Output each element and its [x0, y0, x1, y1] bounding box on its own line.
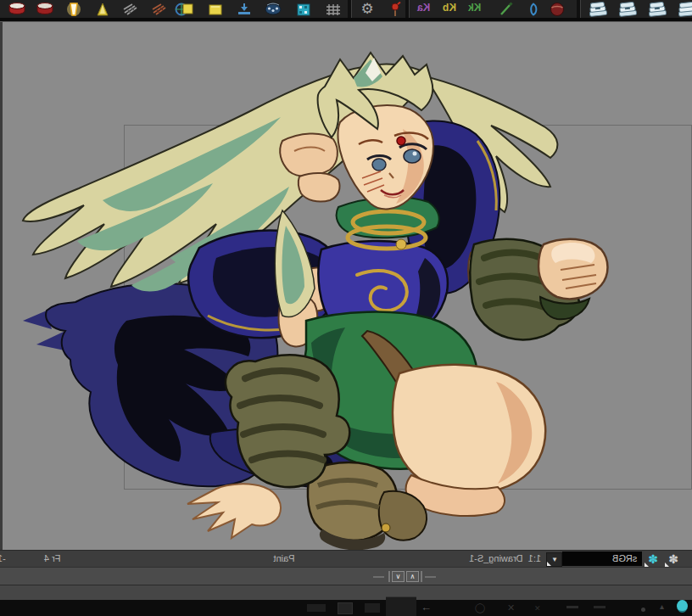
layer-stack-icon-4[interactable] — [676, 1, 692, 17]
chevron-up-icon: ∧ — [410, 573, 416, 580]
sphere-red-icon[interactable] — [548, 1, 566, 17]
mini-slot-icon-1[interactable] — [307, 604, 326, 612]
divider-vtick-2 — [421, 571, 422, 582]
scratch-gray-icon[interactable] — [121, 1, 140, 17]
status-bar: -1 Fr 4 Paint 1:1 Drawing_S-1 ▼ sRGB ✽ ✽ — [0, 550, 692, 568]
toolbar-separator-3 — [577, 0, 581, 18]
collapse-panel-button[interactable]: ∨ — [392, 571, 405, 582]
status-document-zoom: 1:1 Drawing_S-1 — [469, 553, 541, 563]
layer-stack-icon-1[interactable] — [587, 1, 609, 17]
flower-gray-icon[interactable]: ✽ — [665, 552, 682, 567]
tool-kk[interactable]: Kk — [468, 2, 481, 14]
divider-tick-right — [425, 576, 436, 578]
dash-icon-2 — [594, 606, 606, 608]
toolbar-separator-1 — [348, 0, 352, 18]
bottom-toolbar: ← ◯ ✕ ✕ ▴ — [0, 600, 692, 616]
arrow-left-icon[interactable]: ← — [421, 601, 432, 613]
import-layer-icon[interactable] — [235, 1, 254, 17]
paint-layer-red-icon-1[interactable] — [8, 1, 26, 17]
layer-stack-icon-2[interactable] — [617, 1, 639, 17]
bottom-spacer — [0, 585, 692, 600]
pushpin-icon[interactable] — [386, 1, 405, 17]
chevron-down-icon: ▼ — [551, 553, 558, 566]
status-left-value: -1 — [0, 553, 6, 563]
document-dropdown-button[interactable]: ▼ — [546, 552, 562, 567]
layer-stack-icon-3[interactable] — [646, 1, 668, 17]
expand-panel-button[interactable]: ∧ — [406, 571, 419, 582]
canvas-viewport[interactable] — [0, 22, 692, 550]
color-profile-field[interactable]: sRGB — [562, 552, 642, 566]
paint-layer-red-icon-2[interactable] — [36, 1, 54, 17]
application-window: ⚙ Ka Kb Kk — [0, 0, 692, 616]
color-profile-label: sRGB — [612, 552, 637, 566]
close-x-icon-2[interactable]: ✕ — [534, 604, 541, 613]
panel-divider-bar: ∨ ∧ — [0, 567, 692, 585]
settings-gear-icon[interactable]: ⚙ — [358, 1, 377, 17]
divider-vtick-1 — [388, 571, 390, 582]
hand-left — [187, 484, 281, 538]
mini-slot-icon-3[interactable] — [365, 603, 380, 613]
target-texture-icon[interactable] — [174, 1, 196, 17]
tool-ka[interactable]: Ka — [417, 2, 430, 14]
mini-slot-icon-2[interactable] — [338, 602, 353, 614]
zoom-level: 1:1 — [528, 553, 541, 563]
lasso-blue-icon[interactable] — [522, 1, 541, 17]
fist-right — [539, 239, 608, 320]
divider-tick-left — [373, 576, 384, 578]
leg-right — [393, 365, 545, 516]
caret-up-icon[interactable]: ▴ — [660, 602, 664, 611]
dash-icon-1 — [566, 606, 578, 608]
grid-icon[interactable] — [324, 1, 343, 17]
status-frame-label: Fr 4 — [44, 553, 61, 563]
texture-tile-icon[interactable] — [206, 1, 225, 17]
tool-kb[interactable]: Kb — [443, 2, 456, 14]
cone-light-icon[interactable] — [93, 1, 112, 17]
status-mode-label: Paint — [259, 553, 310, 563]
document-name: Drawing_S-1 — [469, 553, 523, 563]
scratch-red-icon[interactable] — [150, 1, 169, 17]
close-x-icon-1[interactable]: ✕ — [507, 602, 515, 613]
pattern-tile-icon[interactable] — [294, 1, 313, 17]
toolbar-separator-2 — [405, 0, 410, 18]
dot-icon — [641, 608, 645, 612]
circle-icon[interactable]: ◯ — [475, 602, 485, 613]
glow-brush-icon[interactable] — [64, 1, 83, 17]
projection-eye-icon[interactable] — [264, 1, 282, 17]
pencil-green-icon[interactable] — [497, 1, 516, 17]
active-tool-button[interactable] — [386, 596, 416, 616]
top-toolbar: ⚙ Ka Kb Kk — [0, 0, 692, 18]
chevron-down-icon: ∨ — [396, 573, 401, 580]
boots — [308, 462, 427, 550]
cyan-sphere-icon[interactable] — [677, 600, 688, 613]
flower-cyan-icon[interactable]: ✽ — [645, 552, 661, 567]
character-artwork — [3, 22, 692, 550]
